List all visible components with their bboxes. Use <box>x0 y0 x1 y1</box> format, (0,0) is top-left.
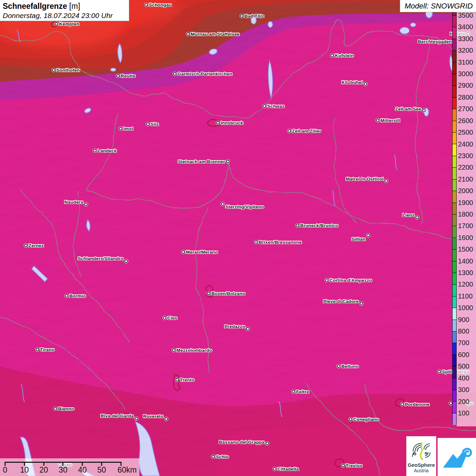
legend-color-segment <box>453 250 456 261</box>
city-label: Zell am See <box>395 106 422 112</box>
scalebar-label: 30 <box>59 465 68 475</box>
city-layer: SchongauBad TölzKemptenMurnau am Staffel… <box>0 0 476 476</box>
city-dot <box>163 316 166 320</box>
legend-color-segment <box>453 16 456 27</box>
city-label: Kempten <box>59 21 79 27</box>
legend-value-label: 2200 <box>458 164 473 171</box>
city-label: Schlanders/Silandro <box>78 256 123 261</box>
city-label: Sillian <box>352 237 366 242</box>
legend-color-segment <box>453 308 456 320</box>
city-label: Kitzbühel <box>341 80 363 85</box>
city-label: Silz <box>151 122 159 127</box>
city-label: Garmisch-Partenkirchen <box>177 71 232 76</box>
legend-value-label: 3200 <box>458 47 473 54</box>
city-dot <box>172 348 175 352</box>
mountain-logo-icon <box>441 441 473 473</box>
city-label: Cittadella <box>277 466 299 472</box>
legend-value-label: 3500 <box>458 12 473 19</box>
city-dot <box>165 417 168 421</box>
legend-value-label: 1000 <box>458 304 473 311</box>
city-label: Berchtesgaden <box>418 39 452 44</box>
legend-colorbar <box>452 12 457 425</box>
city-label: Bormio <box>69 293 86 299</box>
city-label: Bienno <box>58 406 74 411</box>
city-label: Steinach am Brenner <box>178 159 225 164</box>
city-dot <box>385 179 388 183</box>
scalebar-label: 0 <box>3 465 7 475</box>
legend-color-segment <box>453 273 456 285</box>
legend-color-segment <box>453 74 456 86</box>
city-dot <box>240 14 243 18</box>
title-parameter: Schneefallgrenze <box>3 2 67 11</box>
city-label: Innsbruck <box>221 120 243 125</box>
city-label: Meran/Merano <box>186 250 218 255</box>
city-label: Brixen/Bressanone <box>259 240 302 245</box>
legend-color-segment <box>453 343 456 355</box>
legend-value-label: 2500 <box>458 129 473 136</box>
legend-color-segment <box>453 98 456 109</box>
city-label: Trento <box>180 377 194 382</box>
city-dot <box>221 202 224 206</box>
model-box: Modell: SNOWGRID <box>400 0 476 12</box>
city-dot <box>119 127 122 130</box>
legend-value-label: 300 <box>458 386 469 393</box>
legend-color-segment <box>453 144 456 156</box>
legend-color-segment <box>453 226 456 238</box>
legend-value-label: 200 <box>458 398 469 405</box>
city-dot <box>84 203 88 206</box>
city-dot <box>246 327 250 330</box>
city-label: Imst <box>123 126 133 131</box>
city-dot <box>226 160 230 163</box>
city-label: Mittersill <box>380 118 400 123</box>
city-label: Bad Tölz <box>244 14 264 19</box>
legend-value-label: 3300 <box>458 35 473 42</box>
legend-value-label: 2900 <box>458 82 473 89</box>
legend-color-segment <box>453 413 456 425</box>
city-label: Pordenone <box>405 402 429 407</box>
legend-color-segment <box>453 133 456 144</box>
legend-color-segment <box>453 109 456 121</box>
city-dot <box>367 234 370 237</box>
city-dot <box>364 82 367 86</box>
city-dot <box>273 467 276 471</box>
legend-value-label: 2300 <box>458 152 473 159</box>
legend-value-label: 500 <box>458 362 469 370</box>
legend-value-label: 1100 <box>458 292 473 300</box>
legend-value-label: 1900 <box>458 199 473 206</box>
city-label: Murnau am Staffelsee <box>191 32 240 37</box>
city-dot <box>422 109 426 112</box>
city-label: Pieve di Cadore <box>323 299 359 304</box>
legend-color-segment <box>453 12 456 16</box>
city-dot <box>266 442 269 445</box>
map-title: Schneefallgrenze [m] <box>3 2 125 11</box>
legend-color-segment <box>453 285 456 296</box>
city-dot <box>93 149 97 152</box>
city-dot <box>216 121 220 124</box>
city-label: Sterzing/Vipiteno <box>225 204 264 209</box>
city-dot <box>54 407 57 410</box>
city-label: Cles <box>167 316 177 321</box>
city-dot <box>349 418 352 421</box>
city-label: Rovereto <box>143 414 164 419</box>
city-label: Matrei in Osttirol <box>346 176 384 182</box>
legend-value-label: 2600 <box>458 117 473 124</box>
city-label: Conegliano <box>353 417 379 422</box>
city-label: Zell am Ziller <box>292 129 321 134</box>
legend-value-label: 1800 <box>458 210 473 218</box>
legend-color-segment <box>453 296 456 308</box>
city-dot <box>52 68 55 72</box>
city-label: Zernez <box>29 243 44 248</box>
city-label: Lienz <box>402 213 414 218</box>
city-dot <box>211 455 215 458</box>
legend-value-label: 1400 <box>458 257 473 265</box>
city-dot <box>65 294 68 298</box>
city-label: Schio <box>216 454 229 459</box>
legend-color-segment <box>453 238 456 250</box>
city-dot <box>182 250 185 254</box>
city-dot <box>55 22 58 26</box>
scalebar-label: 10 <box>20 465 29 475</box>
geosphere-logo-box: GeoSphere Austria <box>406 436 436 476</box>
city-dot <box>337 364 340 368</box>
city-dot <box>146 122 150 126</box>
city-dot <box>254 240 258 244</box>
